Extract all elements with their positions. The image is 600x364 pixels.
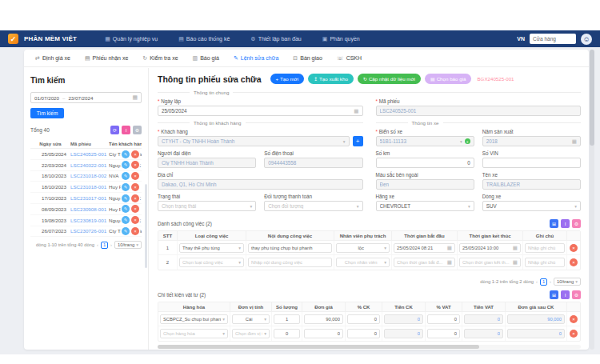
note-input[interactable]: Nhập ghi chú	[525, 243, 565, 253]
work-type-select[interactable]: Chọn loại công việc▾	[179, 258, 244, 267]
discount-pct-input[interactable]: 0	[347, 329, 380, 338]
col-ten-khach-hang[interactable]: Tên khách hàng	[109, 142, 142, 146]
settings-button[interactable]: ⚙	[572, 290, 581, 299]
row-code-link[interactable]: LSC231018-001	[70, 184, 109, 190]
work-content-input[interactable]: Nhập nội dung công việc	[248, 258, 332, 267]
edit-button[interactable]: ✎	[122, 216, 130, 224]
table-row[interactable]: 19/08/2023 LSC230819-001 Nguyễn Văn C ✎ …	[30, 215, 142, 226]
refresh-button[interactable]: ⟳	[110, 126, 119, 134]
vat-pct-input[interactable]: 0	[427, 314, 460, 324]
menu-item-bao-cao-thong-ke[interactable]: ▤ Báo cáo thống kê	[178, 36, 230, 42]
delete-button[interactable]: ×	[131, 205, 139, 213]
scrollbar-thumb[interactable]	[158, 345, 479, 349]
ngay-lap-input[interactable]: 25/05/2024 ▦	[158, 106, 363, 116]
horizontal-scrollbar[interactable]	[158, 345, 581, 349]
table-row[interactable]: 17/10/2023 LSC231017-001 Nguyễn Văn C ✎ …	[30, 193, 142, 204]
so-dien-thoai-input[interactable]: 0944443558	[264, 158, 362, 168]
work-content-input[interactable]: thay phụ tùng chụp bụi phanh	[248, 243, 332, 253]
bien-so-select[interactable]: 51B1-11133 ▾ +	[376, 136, 474, 146]
table-row[interactable]: 25/05/2024 LSC240525-001 Cty TNHH Hoà ✎ …	[30, 149, 142, 160]
delete-button[interactable]: ×	[131, 172, 139, 180]
end-time-input[interactable]: 25/05/2024 10:00▦	[459, 243, 521, 253]
edit-button[interactable]: ✎	[122, 172, 130, 180]
row-code-link[interactable]: LSC230726-001	[70, 228, 109, 234]
tab-dinh-gia-xe[interactable]: ⇄ Định giá xe	[35, 55, 70, 62]
add-row-button[interactable]: ⊞	[550, 219, 558, 228]
date-to[interactable]: 23/07/2024	[68, 95, 93, 101]
row-code-link[interactable]: LSC230908-001	[70, 206, 109, 212]
user-avatar[interactable]: ☺	[581, 34, 592, 45]
vat-pct-input[interactable]: 0	[427, 329, 460, 338]
columns-button[interactable]: I	[122, 126, 130, 134]
edit-button[interactable]: ✎	[122, 194, 130, 202]
edit-button[interactable]: ✎	[122, 205, 130, 213]
page-size-select[interactable]: 10/trang ▾	[554, 278, 581, 286]
unit-select[interactable]: Chọn đơn vị tính▾	[232, 329, 270, 338]
menu-item-thiet-lap-ban-dau[interactable]: ⚙ Thiết lập ban đầu	[250, 36, 301, 42]
qty-input[interactable]: 0	[274, 329, 300, 338]
row-code-link[interactable]: LSC231018-002	[70, 173, 109, 178]
settings-button[interactable]: ⚙	[572, 219, 581, 228]
delete-button[interactable]: ×	[131, 216, 139, 224]
tab-lenh-sua-chua[interactable]: ✎ Lệnh sửa chữa	[234, 55, 278, 62]
menu-item-phan-quyen[interactable]: ▣ Phân quyền	[322, 36, 360, 42]
table-row[interactable]: 26/07/2023 LSC230726-001 Cty TNHH Hoà ✎ …	[30, 226, 142, 238]
date-from[interactable]: 01/07/2020	[34, 95, 59, 101]
search-button[interactable]: Tìm kiếm	[30, 108, 64, 118]
tab-kiem-tra-xe[interactable]: ↻ Kiểm tra xe	[142, 55, 178, 62]
end-time-input[interactable]: Chọn thời gian kết th...▦	[459, 258, 521, 267]
delete-row-button[interactable]: ×	[570, 258, 578, 266]
scrollbar-thumb[interactable]	[590, 50, 594, 146]
delete-button[interactable]: ×	[131, 183, 139, 191]
page-size-select[interactable]: 10/trang ▾	[114, 241, 142, 249]
list-scrollbar[interactable]	[145, 184, 147, 268]
delete-button[interactable]: ×	[131, 194, 139, 202]
nam-san-xuat-input[interactable]: 2018 ▦	[482, 136, 581, 146]
unit-select[interactable]: Cái▾	[232, 314, 270, 324]
menu-item-quan-ly-nghiep-vu[interactable]: ▦ Quản lý nghiệp vụ	[105, 36, 158, 42]
row-code-link[interactable]: LSC231017-001	[70, 195, 109, 201]
edit-button[interactable]: ✎	[122, 161, 130, 169]
row-code-link[interactable]: LSC240525-001	[70, 151, 109, 157]
start-time-input[interactable]: Chọn thời gian bắt đ...▦	[394, 258, 455, 267]
tab-ban-giao[interactable]: ⊟ Bàn giao	[293, 55, 322, 62]
price-input[interactable]: 90,000	[304, 314, 343, 324]
delete-button[interactable]: ×	[131, 161, 139, 169]
delete-row-button[interactable]: ×	[570, 315, 578, 323]
doi-tuong-select[interactable]: Chọn đối tượng ▾	[264, 201, 362, 211]
table-row[interactable]: 22/03/2024 LSC240322-001 Nguyễn Văn C ✎ …	[30, 160, 142, 171]
store-select[interactable]: Cửa hàng	[530, 34, 576, 44]
so-km-input[interactable]: 0	[376, 158, 474, 168]
row-code-link[interactable]: LSC240322-001	[70, 162, 109, 168]
ten-xe-input[interactable]: TRAILBLAZER	[482, 179, 581, 190]
edit-button[interactable]: ✎	[122, 227, 130, 235]
settings-button[interactable]: ⚙	[133, 126, 142, 134]
nguoi-dai-dien-input[interactable]: Cty TNHH Hoàn Thành	[158, 158, 256, 168]
row-code-link[interactable]: LSC230819-001	[70, 218, 109, 223]
mau-sac-input[interactable]: Đen	[376, 179, 474, 190]
tab-bao-gia[interactable]: ▥ Báo giá	[193, 55, 219, 62]
table-row[interactable]: 18/10/2023 LSC231018-001 Huy Pham ✎ ×	[30, 182, 142, 193]
create-button[interactable]: + Tạo mới	[270, 74, 304, 84]
delete-row-button[interactable]: ×	[570, 244, 578, 252]
trang-thai-select[interactable]: Chọn trạng thái ▾	[158, 201, 256, 211]
delete-button[interactable]: ×	[131, 227, 139, 235]
table-row[interactable]: 18/10/2023 LSC231018-002 NVA ✎ ×	[30, 171, 142, 182]
dia-chi-input[interactable]: Dakao, Q1, Hồ Chí Minh	[158, 179, 363, 190]
edit-button[interactable]: ✎	[122, 150, 130, 158]
prev-page-button[interactable]: ‹	[97, 242, 98, 247]
page-scrollbar[interactable]	[590, 50, 594, 350]
date-range-input[interactable]: 01/07/2020 23/07/2024 ▦	[30, 92, 142, 103]
note-input[interactable]: Nhập ghi chú	[525, 258, 565, 267]
create-export-button[interactable]: ↥ Tạo xuất kho	[308, 74, 354, 84]
staff-select[interactable]: lộc▾	[336, 243, 390, 253]
choose-quote-button[interactable]: ▤ Chọn báo giá	[425, 74, 471, 84]
table-row[interactable]: 08/09/2023 LSC230908-001 Huy Pham ✎ ×	[30, 204, 142, 215]
add-customer-button[interactable]: +	[353, 136, 363, 146]
edit-button[interactable]: ✎	[122, 183, 130, 191]
discount-pct-input[interactable]: 0	[347, 314, 380, 324]
prev-page-button[interactable]: ‹	[536, 279, 538, 284]
hang-xe-select[interactable]: CHEVROLET ▾	[376, 201, 474, 211]
add-vehicle-button[interactable]: +	[465, 138, 470, 144]
delete-button[interactable]: ×	[131, 150, 139, 158]
